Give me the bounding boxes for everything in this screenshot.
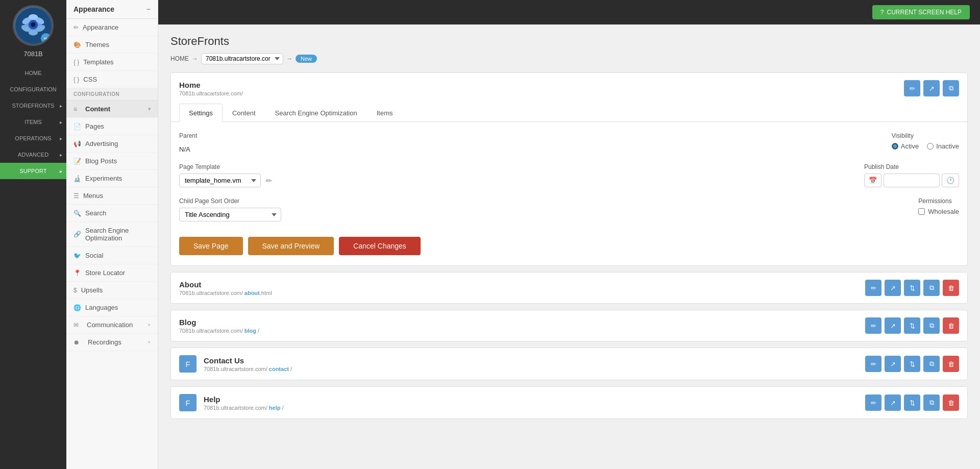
help-card-actions: ✏ ↗ ⇅ ⧉ 🗑 <box>865 394 959 411</box>
sub-section-label-config: CONFIGURATION <box>66 88 158 101</box>
sidebar-item-social[interactable]: 🐦 Social <box>66 247 158 264</box>
sidebar-item-templates[interactable]: { } Templates <box>66 54 158 71</box>
tab-seo[interactable]: Search Engine Optimization <box>265 104 367 122</box>
sidebar-item-appearance[interactable]: ✏ Appearance <box>66 19 158 36</box>
home-edit-button[interactable]: ✏ <box>904 80 920 96</box>
contact-move-button[interactable]: ⇅ <box>904 356 920 372</box>
about-delete-button[interactable]: 🗑 <box>943 280 959 296</box>
sidebar-item-items[interactable]: ITEMS ▸ <box>0 114 66 130</box>
calendar-button[interactable]: 📅 <box>864 174 881 187</box>
chevron-right-icon: ▸ <box>60 152 62 158</box>
help-delete-button[interactable]: 🗑 <box>943 394 959 411</box>
contact-edit-button[interactable]: ✏ <box>865 356 881 372</box>
sidebar-item-advanced[interactable]: ADVANCED ▸ <box>0 146 66 163</box>
sidebar-item-advertising[interactable]: 📢 Advertising <box>66 135 158 153</box>
breadcrumb-arrow: → <box>192 55 198 62</box>
home-card-header: Home 7081b.ultracartstore.com/ ✏ ↗ ⧉ <box>171 73 967 104</box>
sidebar-item-search[interactable]: 🔍 Search <box>66 205 158 222</box>
sidebar-item-operations[interactable]: OPERATIONS ▸ <box>0 130 66 146</box>
tab-items[interactable]: Items <box>367 104 403 122</box>
tab-settings[interactable]: Settings <box>179 104 223 122</box>
about-move-button[interactable]: ⇅ <box>904 280 920 296</box>
blog-move-button[interactable]: ⇅ <box>904 317 920 334</box>
wholesale-checkbox[interactable] <box>918 208 925 215</box>
social-icon: 🐦 <box>74 252 81 259</box>
contact-card: F Contact Us 7081b.ultracartstore.com/ c… <box>170 348 968 380</box>
about-card-title-row: About 7081b.ultracartstore.com/ about.ht… <box>179 280 272 296</box>
about-card-subtitle: 7081b.ultracartstore.com/ about.html <box>179 290 272 296</box>
help-edit-button[interactable]: ✏ <box>865 394 881 411</box>
home-external-button[interactable]: ↗ <box>923 80 940 96</box>
publish-date-input[interactable] <box>884 174 940 187</box>
sidebar-item-content[interactable]: ≡ Content ▾ <box>66 101 158 118</box>
pages-icon: 📄 <box>74 123 81 130</box>
help-move-button[interactable]: ⇅ <box>904 394 920 411</box>
experiments-icon: 🔬 <box>74 175 81 182</box>
sidebar-item-pages[interactable]: 📄 Pages <box>66 118 158 135</box>
about-edit-button[interactable]: ✏ <box>865 280 881 296</box>
edit-icon: ✏ <box>74 24 79 31</box>
blog-copy-button[interactable]: ⧉ <box>923 317 940 334</box>
sidebar-item-support[interactable]: SUPPORT ▸ <box>0 163 66 179</box>
about-external-button[interactable]: ↗ <box>885 280 901 296</box>
sidebar-item-store-locator[interactable]: 📍 Store Locator <box>66 264 158 282</box>
template-edit-button[interactable]: ✏ <box>264 175 274 187</box>
help-copy-button[interactable]: ⧉ <box>923 394 940 411</box>
about-card: About 7081b.ultracartstore.com/ about.ht… <box>170 272 968 304</box>
home-copy-button[interactable]: ⧉ <box>943 80 959 96</box>
blog-delete-button[interactable]: 🗑 <box>943 317 959 334</box>
tab-content[interactable]: Content <box>223 104 265 122</box>
breadcrumb-store-select[interactable]: 7081b.ultracartstore.cor <box>201 53 283 64</box>
avatar-edit-icon[interactable]: ✏ <box>41 33 51 43</box>
sidebar-item-configuration[interactable]: CONFIGURATION <box>0 81 66 97</box>
radio-active[interactable]: Active <box>892 142 919 150</box>
sidebar-item-home[interactable]: HOME <box>0 65 66 81</box>
save-preview-button[interactable]: Save and Preview <box>248 237 334 255</box>
sidebar-item-communication[interactable]: ✉ Communication + <box>66 316 158 334</box>
avatar[interactable]: ✏ <box>13 5 54 46</box>
sidebar-item-upsells[interactable]: $ Upsells <box>66 282 158 299</box>
child-sort-select[interactable]: Title Ascending Title Descending Manual <box>179 208 281 221</box>
blog-edit-button[interactable]: ✏ <box>865 317 881 334</box>
breadcrumb-home[interactable]: HOME <box>170 55 189 62</box>
sidebar-item-blog-posts[interactable]: 📝 Blog Posts <box>66 153 158 170</box>
chevron-right-icon: ▸ <box>60 103 62 109</box>
save-page-button[interactable]: Save Page <box>179 237 243 255</box>
sidebar-item-seo[interactable]: 🔗 Search Engine Optimization <box>66 222 158 247</box>
sidebar-item-storefronts[interactable]: STOREFRONTS ▸ <box>0 97 66 114</box>
clock-button[interactable]: 🕐 <box>942 174 959 187</box>
date-input-wrap: 📅 🕐 <box>864 174 959 187</box>
permissions-label: Permissions <box>918 198 959 205</box>
cancel-changes-button[interactable]: Cancel Changes <box>339 237 421 255</box>
about-card-title: About <box>179 280 272 289</box>
add-icon[interactable]: + <box>148 322 151 328</box>
contact-page-icon: F <box>179 355 197 373</box>
blog-card-title-row: Blog 7081b.ultracartstore.com/ blog / <box>179 318 259 334</box>
sidebar-item-menus[interactable]: ☰ Menus <box>66 187 158 205</box>
contact-delete-button[interactable]: 🗑 <box>943 356 959 372</box>
blog-icon: 📝 <box>74 158 81 165</box>
help-button[interactable]: ? CURRENT SCREEN HELP <box>872 5 970 19</box>
page-template-label: Page Template <box>179 163 274 170</box>
contact-copy-button[interactable]: ⧉ <box>923 356 940 372</box>
contact-card-title-group: Contact Us 7081b.ultracartstore.com/ con… <box>204 356 292 372</box>
search-icon: 🔍 <box>74 210 81 217</box>
blog-card-title: Blog <box>179 318 259 327</box>
add-icon[interactable]: + <box>148 339 151 345</box>
collapse-icon[interactable]: − <box>146 5 151 13</box>
sidebar-item-recordings[interactable]: ⏺ Recordings + <box>66 334 158 351</box>
radio-active-input[interactable] <box>892 143 898 150</box>
sidebar-item-themes[interactable]: 🎨 Themes <box>66 36 158 54</box>
store-locator-icon: 📍 <box>74 269 81 277</box>
sidebar-item-experiments[interactable]: 🔬 Experiments <box>66 170 158 187</box>
about-copy-button[interactable]: ⧉ <box>923 280 940 296</box>
radio-inactive[interactable]: Inactive <box>927 142 959 150</box>
help-external-button[interactable]: ↗ <box>885 394 901 411</box>
sidebar-item-css[interactable]: { } CSS <box>66 71 158 88</box>
radio-inactive-input[interactable] <box>927 143 934 150</box>
contact-external-button[interactable]: ↗ <box>885 356 901 372</box>
sidebar-item-languages[interactable]: 🌐 Languages <box>66 299 158 316</box>
page-template-select[interactable]: template_home.vm <box>179 174 261 187</box>
wholesale-checkbox-label[interactable]: Wholesale <box>918 208 959 215</box>
blog-external-button[interactable]: ↗ <box>885 317 901 334</box>
